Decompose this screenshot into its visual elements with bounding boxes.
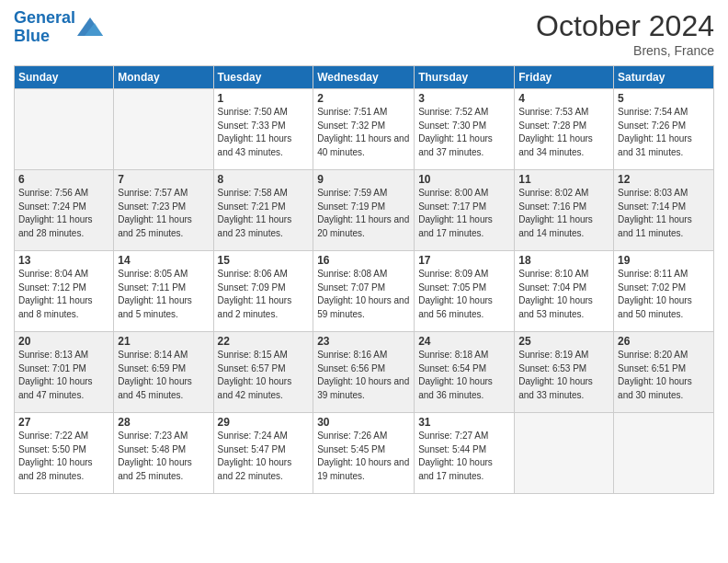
calendar-cell: 3Sunrise: 7:52 AMSunset: 7:30 PMDaylight…: [415, 89, 515, 170]
calendar-cell: 8Sunrise: 7:58 AMSunset: 7:21 PMDaylight…: [213, 170, 313, 251]
day-info: Sunrise: 8:18 AMSunset: 6:54 PMDaylight:…: [418, 349, 510, 402]
calendar-cell: 12Sunrise: 8:03 AMSunset: 7:14 PMDayligh…: [614, 170, 714, 251]
day-info: Sunrise: 7:22 AMSunset: 5:50 PMDaylight:…: [18, 430, 109, 483]
calendar-row-0: 1Sunrise: 7:50 AMSunset: 7:33 PMDaylight…: [15, 89, 714, 170]
day-info: Sunrise: 8:03 AMSunset: 7:14 PMDaylight:…: [618, 187, 710, 240]
day-number: 7: [118, 173, 209, 186]
day-number: 31: [418, 416, 510, 429]
calendar-cell: 27Sunrise: 7:22 AMSunset: 5:50 PMDayligh…: [15, 413, 114, 494]
calendar-cell: 21Sunrise: 8:14 AMSunset: 6:59 PMDayligh…: [114, 332, 213, 413]
day-number: 27: [18, 416, 109, 429]
day-info: Sunrise: 8:09 AMSunset: 7:05 PMDaylight:…: [418, 268, 510, 321]
calendar-row-1: 6Sunrise: 7:56 AMSunset: 7:24 PMDaylight…: [15, 170, 714, 251]
day-info: Sunrise: 7:54 AMSunset: 7:26 PMDaylight:…: [618, 106, 710, 159]
day-number: 1: [218, 92, 310, 105]
day-info: Sunrise: 7:56 AMSunset: 7:24 PMDaylight:…: [18, 187, 109, 240]
calendar-table: Sunday Monday Tuesday Wednesday Thursday…: [14, 65, 714, 494]
calendar-cell: 23Sunrise: 8:16 AMSunset: 6:56 PMDayligh…: [313, 332, 415, 413]
day-info: Sunrise: 7:53 AMSunset: 7:28 PMDaylight:…: [518, 106, 609, 159]
day-info: Sunrise: 8:19 AMSunset: 6:53 PMDaylight:…: [518, 349, 609, 402]
th-sunday: Sunday: [15, 66, 114, 89]
day-info: Sunrise: 7:26 AMSunset: 5:45 PMDaylight:…: [317, 430, 410, 483]
day-number: 26: [618, 335, 710, 348]
day-info: Sunrise: 7:50 AMSunset: 7:33 PMDaylight:…: [218, 106, 310, 159]
day-info: Sunrise: 8:14 AMSunset: 6:59 PMDaylight:…: [118, 349, 209, 402]
day-number: 17: [418, 254, 510, 267]
day-info: Sunrise: 8:13 AMSunset: 7:01 PMDaylight:…: [18, 349, 109, 402]
day-info: Sunrise: 7:57 AMSunset: 7:23 PMDaylight:…: [118, 187, 209, 240]
th-tuesday: Tuesday: [213, 66, 313, 89]
calendar-cell: 4Sunrise: 7:53 AMSunset: 7:28 PMDaylight…: [515, 89, 614, 170]
calendar-cell: 17Sunrise: 8:09 AMSunset: 7:05 PMDayligh…: [415, 251, 515, 332]
day-number: 9: [317, 173, 410, 186]
calendar-cell: 18Sunrise: 8:10 AMSunset: 7:04 PMDayligh…: [515, 251, 614, 332]
day-number: 23: [317, 335, 410, 348]
day-number: 21: [118, 335, 209, 348]
calendar-cell: 20Sunrise: 8:13 AMSunset: 7:01 PMDayligh…: [15, 332, 114, 413]
logo-line1: General: [14, 8, 75, 27]
day-number: 28: [118, 416, 209, 429]
day-info: Sunrise: 7:23 AMSunset: 5:48 PMDaylight:…: [118, 430, 209, 483]
day-number: 5: [618, 92, 710, 105]
day-info: Sunrise: 8:15 AMSunset: 6:57 PMDaylight:…: [218, 349, 310, 402]
day-number: 22: [218, 335, 310, 348]
day-number: 18: [518, 254, 609, 267]
day-number: 29: [218, 416, 310, 429]
day-info: Sunrise: 8:04 AMSunset: 7:12 PMDaylight:…: [18, 268, 109, 321]
day-info: Sunrise: 7:51 AMSunset: 7:32 PMDaylight:…: [317, 106, 410, 159]
day-number: 10: [418, 173, 510, 186]
calendar-row-3: 20Sunrise: 8:13 AMSunset: 7:01 PMDayligh…: [15, 332, 714, 413]
calendar-cell: 31Sunrise: 7:27 AMSunset: 5:44 PMDayligh…: [415, 413, 515, 494]
day-info: Sunrise: 8:00 AMSunset: 7:17 PMDaylight:…: [418, 187, 510, 240]
page: General Blue October 2024 Brens, France …: [0, 0, 728, 563]
calendar-cell: 15Sunrise: 8:06 AMSunset: 7:09 PMDayligh…: [213, 251, 313, 332]
calendar-cell: [515, 413, 614, 494]
calendar-cell: 11Sunrise: 8:02 AMSunset: 7:16 PMDayligh…: [515, 170, 614, 251]
day-number: 13: [18, 254, 109, 267]
calendar-cell: 29Sunrise: 7:24 AMSunset: 5:47 PMDayligh…: [213, 413, 313, 494]
th-wednesday: Wednesday: [313, 66, 415, 89]
calendar-cell: 6Sunrise: 7:56 AMSunset: 7:24 PMDaylight…: [15, 170, 114, 251]
header: General Blue October 2024 Brens, France: [14, 9, 714, 58]
day-info: Sunrise: 8:20 AMSunset: 6:51 PMDaylight:…: [618, 349, 710, 402]
day-number: 20: [18, 335, 109, 348]
calendar-cell: 13Sunrise: 8:04 AMSunset: 7:12 PMDayligh…: [15, 251, 114, 332]
day-info: Sunrise: 8:02 AMSunset: 7:16 PMDaylight:…: [518, 187, 609, 240]
logo: General Blue: [14, 9, 103, 46]
location: Brens, France: [536, 43, 714, 58]
calendar-cell: 16Sunrise: 8:08 AMSunset: 7:07 PMDayligh…: [313, 251, 415, 332]
calendar-cell: [614, 413, 714, 494]
calendar-cell: 1Sunrise: 7:50 AMSunset: 7:33 PMDaylight…: [213, 89, 313, 170]
day-number: 14: [118, 254, 209, 267]
th-thursday: Thursday: [415, 66, 515, 89]
day-number: 2: [317, 92, 410, 105]
header-row: Sunday Monday Tuesday Wednesday Thursday…: [15, 66, 714, 89]
day-number: 4: [518, 92, 609, 105]
calendar-cell: 9Sunrise: 7:59 AMSunset: 7:19 PMDaylight…: [313, 170, 415, 251]
day-number: 24: [418, 335, 510, 348]
day-number: 25: [518, 335, 609, 348]
logo-text: General Blue: [14, 9, 75, 46]
day-info: Sunrise: 7:24 AMSunset: 5:47 PMDaylight:…: [218, 430, 310, 483]
calendar-cell: 2Sunrise: 7:51 AMSunset: 7:32 PMDaylight…: [313, 89, 415, 170]
logo-line2: Blue: [14, 27, 50, 45]
calendar-row-2: 13Sunrise: 8:04 AMSunset: 7:12 PMDayligh…: [15, 251, 714, 332]
day-number: 16: [317, 254, 410, 267]
calendar-cell: [114, 89, 213, 170]
calendar-cell: 25Sunrise: 8:19 AMSunset: 6:53 PMDayligh…: [515, 332, 614, 413]
day-number: 12: [618, 173, 710, 186]
th-saturday: Saturday: [614, 66, 714, 89]
day-number: 11: [518, 173, 609, 186]
calendar-cell: 10Sunrise: 8:00 AMSunset: 7:17 PMDayligh…: [415, 170, 515, 251]
calendar-cell: 28Sunrise: 7:23 AMSunset: 5:48 PMDayligh…: [114, 413, 213, 494]
month-title: October 2024: [536, 9, 714, 43]
calendar-row-4: 27Sunrise: 7:22 AMSunset: 5:50 PMDayligh…: [15, 413, 714, 494]
calendar-cell: [15, 89, 114, 170]
day-number: 3: [418, 92, 510, 105]
day-info: Sunrise: 8:16 AMSunset: 6:56 PMDaylight:…: [317, 349, 410, 402]
day-number: 15: [218, 254, 310, 267]
day-number: 8: [218, 173, 310, 186]
day-number: 19: [618, 254, 710, 267]
calendar-cell: 30Sunrise: 7:26 AMSunset: 5:45 PMDayligh…: [313, 413, 415, 494]
day-info: Sunrise: 8:11 AMSunset: 7:02 PMDaylight:…: [618, 268, 710, 321]
